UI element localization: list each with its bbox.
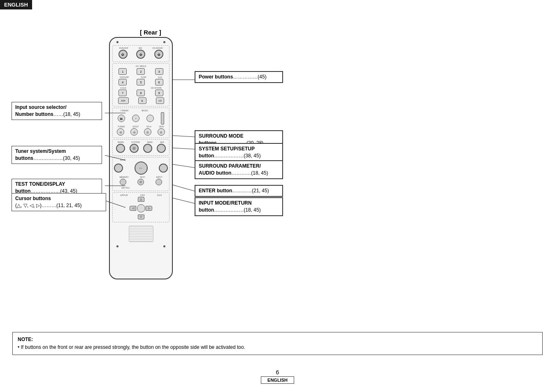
surround-mode-line1: SURROUND MODE — [199, 133, 244, 139]
surround-param-line2: AUDIO button — [199, 170, 231, 176]
btn-5[interactable]: 5 — [137, 79, 145, 85]
system-setup-ref: ………………(38, 45) — [214, 153, 260, 159]
btn-aux[interactable]: AUX — [118, 97, 129, 104]
mode-btn-other[interactable] — [146, 115, 154, 122]
cursor-up-btn[interactable]: △ — [138, 197, 144, 202]
label-md: MD — [139, 47, 142, 49]
system-section: MORESYSTEMPARAAEK — [112, 139, 170, 156]
power-btn-3[interactable]: ⏻ — [154, 50, 163, 59]
annotation-surround-param: SURROUND PARAMETER/ AUDIO button…………(18,… — [195, 160, 283, 179]
center-dial[interactable]: ↕↔ — [135, 161, 148, 175]
btn-8[interactable]: 8 — [137, 90, 145, 96]
cursor-center-btn[interactable] — [137, 204, 145, 212]
page-number-section: 6 ENGLISH — [0, 369, 555, 384]
label-dvd: DVD/VDP — [119, 47, 128, 49]
knob-para[interactable] — [143, 144, 152, 153]
btn-memory[interactable] — [120, 179, 126, 185]
annotation-cursor: Cursor buttons (△, ▽, ◁, ▷)………(11, 21, 4… — [12, 193, 106, 211]
btn-plus10[interactable]: +10 — [156, 97, 164, 104]
btn-9[interactable]: 9 — [155, 90, 163, 96]
btn-4[interactable]: 4 — [118, 79, 127, 85]
btn-6[interactable]: 6 — [155, 79, 163, 85]
input-source-line1: Input source selector/ — [15, 104, 67, 110]
knob-aek[interactable] — [157, 144, 166, 153]
cursor-section: A/RTURC/K4S/U4 △ ▽ ◁ ▷ — [112, 192, 170, 222]
note-title: NOTE: — [18, 336, 537, 344]
annotation-input-source: Input source selector/ Number buttons……(… — [12, 102, 102, 120]
bottom-dot-right — [163, 245, 165, 247]
cursor-down-btn[interactable]: ▽ — [138, 214, 144, 219]
knob-bans[interactable] — [114, 164, 123, 173]
header-label: ENGLISH — [4, 2, 28, 8]
annotation-input-mode: INPUT MODE/RETURN button………………(18, 45) — [195, 197, 283, 216]
number-section: CD MD/LD 1 2 3 DVD/VDPTV/2PVLR 4 5 6 V-A… — [112, 63, 170, 106]
power-ref: ……………(45) — [233, 74, 266, 80]
annotation-enter: ENTER button…………(21, 45) — [195, 185, 283, 197]
remote-diagram: DVD/VDP MD CD-R/CDR ⏻ ⏻ ⏻ CD MD/LD 1 2 — [109, 37, 177, 279]
btn-test[interactable] — [137, 179, 144, 185]
input-mode-line1: INPUT MODE/RETURN — [199, 200, 252, 206]
speaker-grille — [129, 226, 153, 242]
top-dot-right — [163, 41, 165, 43]
note-box: NOTE: • If buttons on the front or rear … — [12, 332, 543, 355]
system-setup-line1: SYSTEM SETUP/SETUP — [199, 146, 255, 152]
btn-3[interactable]: 3 — [155, 68, 163, 75]
tuner-ref: ………………(30, 45) — [33, 155, 80, 161]
knob-system[interactable] — [130, 144, 139, 153]
cursor-right-btn[interactable]: ▷ — [146, 206, 152, 211]
power-btn-2[interactable]: ⏻ — [136, 50, 145, 59]
mode-btn-music[interactable]: ♪ — [132, 115, 139, 122]
input-source-ref: ……(18, 45) — [53, 111, 80, 117]
surround-param-line1: SURROUND PARAMETER/ — [199, 163, 261, 169]
cursor-line2: (△, ▽, ◁, ▷) — [15, 203, 42, 208]
input-source-line2: Number buttons — [15, 111, 53, 117]
rear-label: [ Rear ] — [140, 29, 161, 36]
mode-section: CINEMAMUSIC 🎬 ♪ TUNERS/OUTS/I</I1BAV ◎ ◎ — [112, 108, 170, 138]
memory-section: BANS ↕↔ MEMORYTESTINPUT — [112, 157, 170, 191]
sout-btn[interactable]: ◎ — [130, 128, 138, 136]
cursor-line1: Cursor buttons — [15, 196, 51, 201]
enter-ref: …………(21, 45) — [232, 188, 269, 194]
test-line1: TEST TONE/DISPLAY — [15, 181, 65, 187]
si-btn[interactable]: ◎ — [144, 128, 151, 136]
annotation-tuner-system: Tuner system/System buttons………………(30, 45… — [12, 146, 102, 164]
cursor-pad: △ ▽ ◁ ▷ — [130, 197, 152, 219]
knob-right2[interactable] — [159, 164, 168, 173]
page-language-label: ENGLISH — [261, 376, 294, 384]
cursor-left-btn[interactable]: ◁ — [130, 206, 136, 211]
cursor-ref: ………(11, 21, 45) — [42, 203, 81, 208]
btn-7[interactable]: 7 — [118, 90, 127, 96]
btn-1[interactable]: 1 — [118, 68, 127, 75]
surround-param-ref: …………(18, 45) — [231, 170, 268, 176]
knob-mode[interactable] — [116, 144, 125, 153]
btn-0[interactable]: 0 — [138, 97, 146, 104]
input-mode-ref: ………………(18, 45) — [214, 207, 260, 213]
input-mode-line2: button — [199, 207, 214, 213]
tuner-btn[interactable]: ◎ — [117, 128, 124, 136]
power-btn-1[interactable]: ⏻ — [118, 50, 128, 59]
label-cdr: CD-R/CDR — [153, 47, 163, 49]
page-number: 6 — [0, 369, 555, 376]
power-line1: Power buttons — [199, 74, 233, 80]
annotation-power: Power buttons……………(45) — [195, 71, 283, 83]
tuner-line1: Tuner system/System — [15, 148, 66, 154]
side-slider — [161, 112, 164, 125]
mode-btn-cinema[interactable]: 🎬 — [118, 115, 125, 122]
note-bullet: • If buttons on the front or rear are pr… — [18, 344, 537, 351]
btn-input[interactable] — [156, 179, 162, 185]
1bav-btn[interactable]: ◎ — [158, 128, 165, 136]
enter-line1: ENTER button — [199, 188, 232, 194]
btn-2[interactable]: 2 — [137, 68, 145, 75]
system-setup-line2: button — [199, 153, 214, 159]
power-section: DVD/VDP MD CD-R/CDR ⏻ ⏻ ⏻ — [112, 45, 170, 62]
top-dot-left — [116, 41, 118, 43]
bottom-dot-left — [116, 245, 118, 247]
annotation-system-setup: SYSTEM SETUP/SETUP button………………(38, 45) — [195, 143, 283, 162]
tuner-line2: buttons — [15, 155, 33, 161]
